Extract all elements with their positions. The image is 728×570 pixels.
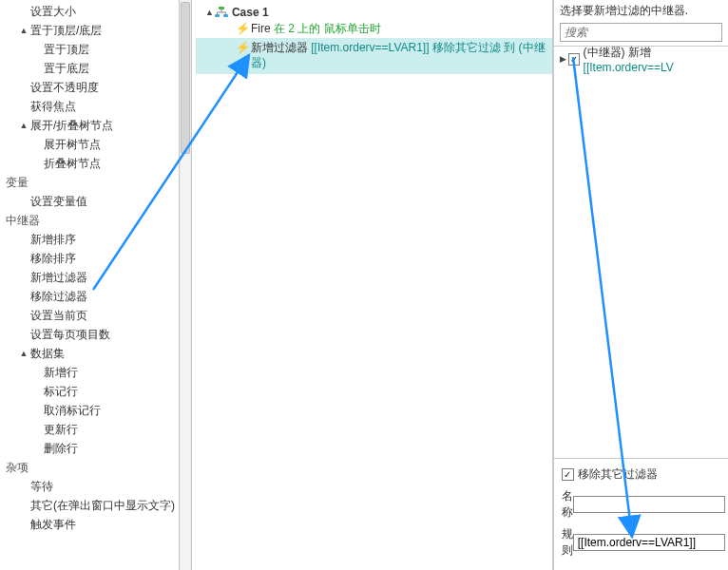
- event-row[interactable]: ⚡ Fire 在 2 上的 鼠标单击时: [196, 21, 553, 38]
- event-text: Fire 在 2 上的 鼠标单击时: [251, 21, 381, 36]
- caret-right-icon: ▶: [560, 54, 568, 64]
- caret-down-icon: ▲: [19, 116, 29, 135]
- tree-item-other-popup[interactable]: 其它(在弹出窗口中显示文字): [6, 496, 179, 515]
- tree-item-set-current-page[interactable]: 设置当前页: [6, 306, 179, 325]
- tree-item-label: 删除行: [44, 439, 78, 458]
- tree-group-label: 杂项: [6, 458, 29, 477]
- tree-item-set-size[interactable]: 设置大小: [6, 2, 179, 21]
- tree-item-label: 置于顶层/底层: [30, 21, 102, 40]
- tree-group-repeater[interactable]: 中继器: [6, 211, 179, 230]
- caret-down-icon: ▲: [19, 344, 29, 363]
- tree-item-remove-filter[interactable]: 移除过滤器: [6, 287, 179, 306]
- case-label: Case 1: [232, 6, 269, 19]
- tree-item-label: 置于底层: [44, 59, 89, 78]
- tree-group-label: 数据集: [30, 344, 65, 363]
- center-actions-pane: ▲ Case 1 ⚡ Fire 在 2 上的 鼠标单击时 ⚡ 新增过滤器 [[I…: [192, 0, 553, 570]
- repeater-list: ▶ ✓ (中继器) 新增 [[Item.orderv==LV: [554, 46, 728, 67]
- caret-down-icon: ▲: [19, 21, 29, 40]
- search-input[interactable]: [561, 24, 721, 41]
- tree-item-label: 展开树节点: [44, 135, 101, 154]
- name-label: 名称: [562, 488, 573, 521]
- bolt-icon: ⚡: [236, 21, 249, 36]
- tree-item-add-row[interactable]: 新增行: [6, 363, 179, 382]
- tree-item-label: 移除过滤器: [30, 287, 87, 306]
- scrollbar-thumb[interactable]: [181, 2, 190, 154]
- repeater-item-label: (中继器) 新增 [[Item.orderv==LV: [584, 45, 728, 74]
- tree-item-label: 等待: [30, 477, 53, 496]
- search-field-wrapper: [560, 23, 722, 42]
- tree-item-label: 展开/折叠树节点: [30, 116, 113, 135]
- tree-item-set-items-per-page[interactable]: 设置每页项目数: [6, 325, 179, 344]
- repeater-item[interactable]: ▶ ✓ (中继器) 新增 [[Item.orderv==LV: [560, 50, 728, 67]
- bolt-icon: ⚡: [236, 40, 249, 55]
- tree-group-dataset[interactable]: ▲数据集: [6, 344, 179, 363]
- tree-item-label: 设置每页项目数: [30, 325, 110, 344]
- tree-item-label: 设置当前页: [30, 306, 87, 325]
- splitter-left[interactable]: [179, 0, 192, 570]
- tree-item-label: 标记行: [44, 382, 78, 401]
- tree-item-focus[interactable]: 获得焦点: [6, 97, 179, 116]
- rule-label: 规则: [562, 526, 573, 559]
- tree-item-collapse[interactable]: 折叠树节点: [6, 154, 179, 173]
- filter-config: ✓ 移除其它过滤器 名称 规则: [554, 458, 728, 570]
- tree-item-send-back[interactable]: 置于底层: [6, 59, 179, 78]
- tree-item-remove-sort[interactable]: 移除排序: [6, 249, 179, 268]
- svg-rect-0: [219, 7, 224, 10]
- tree-item-label: 取消标记行: [44, 401, 101, 420]
- remove-others-checkbox[interactable]: ✓: [562, 468, 574, 481]
- checkbox[interactable]: ✓: [568, 53, 580, 66]
- tree-item-add-sort[interactable]: 新增排序: [6, 230, 179, 249]
- tree-item-label: 设置变量值: [30, 192, 87, 211]
- right-config-pane: 选择要新增过滤的中继器. ▶ ✓ (中继器) 新增 [[Item.orderv=…: [553, 0, 728, 570]
- tree-item-label: 折叠树节点: [44, 154, 101, 173]
- tree-item-label: 更新行: [44, 420, 78, 439]
- action-text: 新增过滤器 [[Item.orderv==LVAR1]] 移除其它过滤 到 (中…: [251, 40, 553, 70]
- action-row[interactable]: ⚡ 新增过滤器 [[Item.orderv==LVAR1]] 移除其它过滤 到 …: [196, 38, 553, 74]
- tree-item-label: 触发事件: [30, 515, 76, 534]
- tree-item-raise-event[interactable]: 触发事件: [6, 515, 179, 534]
- left-action-tree: 设置大小 ▲置于顶层/底层 置于顶层 置于底层 设置不透明度 获得焦点 ▲展开/…: [0, 0, 179, 570]
- tree-group-other[interactable]: 杂项: [6, 458, 179, 477]
- tree-item-add-filter[interactable]: 新增过滤器: [6, 268, 179, 287]
- tree-item-expand[interactable]: 展开树节点: [6, 135, 179, 154]
- tree-item-wait[interactable]: 等待: [6, 477, 179, 496]
- tree-item-label: 新增行: [44, 363, 78, 382]
- caret-down-icon: ▲: [205, 8, 215, 17]
- tree-item-mark-row[interactable]: 标记行: [6, 382, 179, 401]
- tree-group-label: 变量: [6, 173, 29, 192]
- tree-item-update-row[interactable]: 更新行: [6, 420, 179, 439]
- rule-input[interactable]: [573, 534, 725, 551]
- tree-item-zindex[interactable]: ▲置于顶层/底层: [6, 21, 179, 40]
- tree-group-label: 中继器: [6, 211, 40, 230]
- tree-item-label: 置于顶层: [44, 40, 89, 59]
- svg-rect-1: [215, 14, 220, 17]
- flowchart-icon: [215, 7, 228, 18]
- tree-item-expand-collapse[interactable]: ▲展开/折叠树节点: [6, 116, 179, 135]
- remove-others-label: 移除其它过滤器: [578, 466, 658, 483]
- tree-item-label: 新增排序: [30, 230, 76, 249]
- tree-item-label: 获得焦点: [30, 97, 76, 116]
- tree-item-delete-row[interactable]: 删除行: [6, 439, 179, 458]
- tree-item-unmark-row[interactable]: 取消标记行: [6, 401, 179, 420]
- tree-item-label: 设置大小: [30, 2, 76, 21]
- right-title: 选择要新增过滤的中继器.: [554, 0, 728, 19]
- case-row[interactable]: ▲ Case 1: [196, 4, 553, 21]
- svg-rect-2: [223, 14, 228, 17]
- tree-group-variables[interactable]: 变量: [6, 173, 179, 192]
- tree-item-label: 新增过滤器: [30, 268, 87, 287]
- tree-item-bring-front[interactable]: 置于顶层: [6, 40, 179, 59]
- tree-item-set-variable[interactable]: 设置变量值: [6, 192, 179, 211]
- tree-item-label: 移除排序: [30, 249, 76, 268]
- tree-item-opacity[interactable]: 设置不透明度: [6, 78, 179, 97]
- tree-item-label: 设置不透明度: [30, 78, 99, 97]
- name-input[interactable]: [573, 496, 725, 513]
- tree-item-label: 其它(在弹出窗口中显示文字): [30, 496, 175, 515]
